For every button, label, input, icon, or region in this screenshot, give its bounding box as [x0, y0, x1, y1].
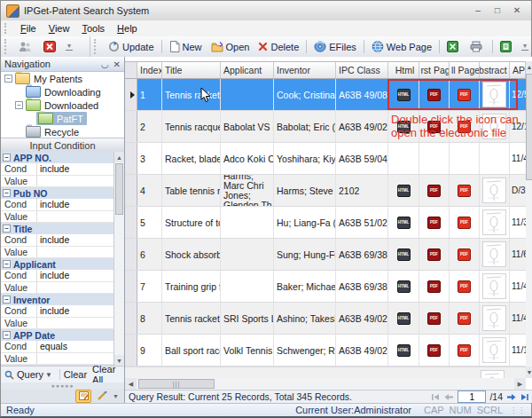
expander-icon[interactable]: − — [15, 101, 23, 109]
report-button[interactable] — [496, 39, 519, 54]
pdf-full-page-icon[interactable]: PDF — [458, 248, 471, 261]
page-number-input[interactable] — [458, 390, 486, 403]
html-file-icon[interactable]: HTML — [397, 89, 411, 101]
condition-section-title[interactable]: −Title — [1, 223, 113, 234]
row-selector[interactable] — [125, 239, 137, 270]
open-button[interactable]: Open — [207, 40, 254, 54]
scrollbar-thumb[interactable] — [526, 74, 532, 180]
first-page-icon[interactable] — [431, 393, 440, 401]
pdf-full-page-icon[interactable]: PDF — [458, 121, 471, 133]
html-file-icon[interactable]: HTML — [397, 280, 411, 293]
new-button[interactable]: New — [165, 39, 207, 54]
condition-section-app-no-[interactable]: −APP NO. — [1, 152, 113, 163]
column-header-applicant[interactable]: Applicant — [221, 62, 274, 78]
scrollbar-thumb[interactable]: ||| — [138, 379, 215, 389]
condition-field-value[interactable] — [37, 247, 113, 258]
condition-field-value[interactable] — [37, 318, 113, 329]
close-red-button[interactable] — [39, 39, 63, 54]
row-selector[interactable] — [125, 111, 137, 142]
html-file-icon[interactable]: HTML — [397, 217, 411, 229]
edit-note-button[interactable] — [75, 390, 91, 403]
close-panel-icon[interactable]: ✕ — [113, 59, 121, 69]
web-page-button[interactable]: Web Page — [367, 39, 436, 54]
condition-field-value[interactable] — [37, 282, 113, 294]
condition-section-app-date[interactable]: −APP Date — [1, 329, 113, 341]
abstract-thumbnail[interactable] — [482, 114, 506, 139]
pdf-first-page-icon[interactable]: PDF — [427, 121, 441, 133]
condition-section-applicant[interactable]: −Applicant — [1, 258, 113, 270]
column-header-html[interactable]: Html — [388, 62, 419, 78]
row-selector[interactable] — [125, 303, 137, 334]
html-file-icon[interactable]: HTML — [397, 185, 411, 197]
menu-help[interactable]: Help — [111, 22, 144, 35]
tree-item-my-patents[interactable]: −My Patents — [1, 72, 124, 85]
expander-icon[interactable]: − — [3, 225, 11, 233]
html-file-icon[interactable]: HTML — [397, 248, 411, 261]
delete-button[interactable]: Delete — [254, 40, 303, 54]
print-button[interactable] — [466, 39, 489, 54]
column-header-rst-pag[interactable]: rst Pag — [419, 62, 450, 78]
html-file-icon[interactable]: HTML — [397, 121, 411, 133]
table-row[interactable]: 2Tennis racquet fraBabolat VS (LyonsBabo… — [125, 111, 526, 143]
condition-field-value[interactable]: include — [37, 199, 113, 210]
menu-view[interactable]: View — [43, 22, 76, 35]
table-row[interactable]: 7Training grip for aBaker; Michael B.A63… — [125, 271, 526, 303]
close-icon[interactable]: ✕ — [508, 4, 526, 17]
expander-icon[interactable]: − — [3, 154, 11, 162]
horizontal-scrollbar[interactable]: ◀ ||| ▶ — [125, 378, 526, 390]
query-button[interactable]: Query — [17, 369, 43, 380]
excel-button[interactable] — [442, 39, 466, 54]
scrollbar-thumb[interactable] — [115, 163, 123, 215]
toolbar-overflow-icon[interactable]: ▾ — [521, 43, 528, 51]
table-row[interactable]: 1Tennis racket withCook; Cristina M.A63B… — [125, 79, 526, 111]
expander-icon[interactable]: − — [3, 296, 11, 304]
abstract-thumbnail[interactable] — [482, 82, 506, 107]
condition-scrollbar[interactable]: ▲ ▼ — [114, 152, 124, 366]
row-selector[interactable] — [125, 143, 137, 174]
pdf-full-page-icon[interactable]: PDF — [458, 280, 471, 293]
pdf-full-page-icon[interactable]: PDF — [458, 89, 471, 101]
table-row[interactable]: 6Shock absorbing aSung; Hung-Fu (TA63B 6… — [125, 239, 526, 271]
users-button[interactable] — [14, 39, 39, 54]
last-page-icon[interactable] — [520, 393, 529, 401]
column-header-ipc-class[interactable]: IPC Class — [336, 62, 388, 78]
expander-icon[interactable]: − — [4, 75, 12, 83]
maximize-icon[interactable]: □ — [489, 4, 506, 17]
pdf-first-page-icon[interactable]: PDF — [427, 217, 441, 229]
condition-field-value[interactable]: equals — [37, 341, 113, 352]
condition-field-value[interactable]: include — [37, 163, 113, 175]
abstract-thumbnail[interactable] — [482, 273, 506, 299]
efiles-button[interactable]: EFiles — [309, 39, 361, 54]
pdf-first-page-icon[interactable]: PDF — [427, 312, 441, 325]
pdf-first-page-icon[interactable]: PDF — [427, 89, 441, 101]
table-row[interactable]: 3Racket, blade andAdco Koki Co., LtYoshi… — [125, 143, 526, 175]
query-dropdown-icon[interactable]: ▼ — [45, 371, 52, 379]
condition-section-inventor[interactable]: −Inventor — [1, 294, 113, 305]
tree-item-downloaded[interactable]: −Downloaded — [1, 99, 124, 112]
minimize-icon[interactable]: – — [469, 4, 487, 17]
scroll-right-icon[interactable]: ▶ — [514, 378, 526, 390]
toolbar-overflow-icon[interactable]: ▾ — [66, 43, 73, 51]
column-header-inventor[interactable]: Inventor — [274, 62, 336, 78]
pdf-full-page-icon[interactable]: PDF — [458, 217, 471, 229]
abstract-thumbnail[interactable] — [482, 177, 506, 203]
abstract-thumbnail[interactable] — [482, 241, 506, 267]
scroll-down-icon[interactable]: ▼ — [526, 367, 532, 378]
expander-icon[interactable]: − — [3, 260, 11, 268]
condition-section-pub-no[interactable]: −Pub NO — [1, 187, 113, 199]
column-header-ll-page[interactable]: ll Page — [450, 62, 480, 78]
pdf-first-page-icon[interactable]: PDF — [427, 344, 441, 357]
clear-button[interactable]: Clear — [64, 369, 87, 380]
pdf-full-page-icon[interactable]: PDF — [458, 344, 471, 357]
table-row[interactable]: 9Ball sport racquetVolkl Tennis GmbSchwe… — [125, 335, 526, 367]
column-header-title[interactable]: Title — [162, 62, 221, 78]
expander-icon[interactable]: − — [3, 189, 11, 197]
pdf-first-page-icon[interactable]: PDF — [427, 248, 441, 261]
pdf-full-page-icon[interactable]: PDF — [458, 185, 471, 197]
html-file-icon[interactable]: HTML — [397, 312, 411, 325]
condition-field-value[interactable] — [37, 176, 113, 187]
vertical-scrollbar[interactable]: ▲ ▼ — [526, 61, 532, 378]
html-file-icon[interactable]: HTML — [397, 344, 411, 357]
scroll-up-icon[interactable]: ▲ — [114, 152, 124, 162]
column-header-ubstract-pi[interactable]: ubstract Pi — [480, 62, 510, 78]
